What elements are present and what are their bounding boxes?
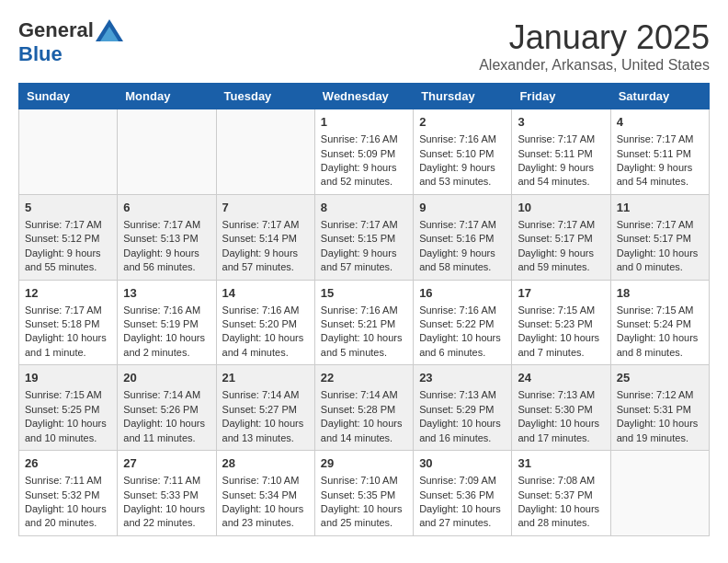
day-number: 27	[123, 455, 210, 472]
day-number: 6	[123, 200, 210, 216]
logo: General Blue	[18, 18, 123, 66]
day-number: 23	[419, 370, 506, 386]
day-number: 13	[123, 285, 210, 302]
calendar-cell: 16Sunrise: 7:16 AM Sunset: 5:22 PM Dayli…	[414, 280, 512, 365]
calendar-cell: 3Sunrise: 7:17 AM Sunset: 5:11 PM Daylig…	[512, 109, 610, 195]
calendar-cell: 28Sunrise: 7:10 AM Sunset: 5:34 PM Dayli…	[216, 451, 314, 536]
day-info: Sunrise: 7:15 AM Sunset: 5:25 PM Dayligh…	[25, 388, 111, 445]
calendar-cell: 6Sunrise: 7:17 AM Sunset: 5:13 PM Daylig…	[118, 194, 216, 280]
calendar-cell: 26Sunrise: 7:11 AM Sunset: 5:32 PM Dayli…	[19, 451, 118, 536]
day-number: 25	[617, 370, 703, 386]
calendar-cell: 15Sunrise: 7:16 AM Sunset: 5:21 PM Dayli…	[314, 280, 413, 365]
month-title: January 2025	[479, 18, 710, 57]
day-number: 22	[321, 370, 407, 386]
calendar-cell: 1Sunrise: 7:16 AM Sunset: 5:09 PM Daylig…	[314, 109, 413, 195]
day-number: 24	[518, 370, 604, 386]
day-info: Sunrise: 7:17 AM Sunset: 5:12 PM Dayligh…	[25, 218, 111, 275]
day-info: Sunrise: 7:16 AM Sunset: 5:09 PM Dayligh…	[321, 132, 407, 190]
calendar-week-row: 5Sunrise: 7:17 AM Sunset: 5:12 PM Daylig…	[19, 194, 710, 280]
day-number: 10	[518, 200, 604, 216]
title-section: January 2025 Alexander, Arkansas, United…	[479, 18, 710, 74]
logo-general-text: General	[18, 18, 94, 42]
calendar-cell: 21Sunrise: 7:14 AM Sunset: 5:27 PM Dayli…	[216, 365, 314, 451]
day-info: Sunrise: 7:17 AM Sunset: 5:11 PM Dayligh…	[617, 132, 703, 190]
weekday-header-thursday: Thursday	[414, 84, 512, 109]
calendar-cell: 2Sunrise: 7:16 AM Sunset: 5:10 PM Daylig…	[414, 109, 512, 195]
calendar-cell: 7Sunrise: 7:17 AM Sunset: 5:14 PM Daylig…	[216, 194, 314, 280]
day-number: 19	[25, 370, 111, 386]
calendar-cell: 8Sunrise: 7:17 AM Sunset: 5:15 PM Daylig…	[314, 194, 413, 280]
day-number: 5	[25, 200, 111, 216]
calendar-cell	[118, 109, 216, 195]
day-info: Sunrise: 7:17 AM Sunset: 5:17 PM Dayligh…	[617, 218, 703, 275]
day-number: 3	[518, 114, 604, 131]
day-info: Sunrise: 7:16 AM Sunset: 5:22 PM Dayligh…	[419, 304, 506, 361]
day-number: 21	[222, 370, 309, 386]
calendar-cell: 22Sunrise: 7:14 AM Sunset: 5:28 PM Dayli…	[314, 365, 413, 451]
day-number: 29	[321, 455, 407, 472]
day-info: Sunrise: 7:16 AM Sunset: 5:10 PM Dayligh…	[419, 132, 506, 190]
calendar-cell: 9Sunrise: 7:17 AM Sunset: 5:16 PM Daylig…	[414, 194, 512, 280]
day-info: Sunrise: 7:14 AM Sunset: 5:27 PM Dayligh…	[222, 388, 309, 445]
calendar-week-row: 1Sunrise: 7:16 AM Sunset: 5:09 PM Daylig…	[19, 109, 710, 195]
weekday-header-monday: Monday	[118, 84, 216, 109]
calendar-cell: 19Sunrise: 7:15 AM Sunset: 5:25 PM Dayli…	[19, 365, 118, 451]
day-info: Sunrise: 7:17 AM Sunset: 5:16 PM Dayligh…	[419, 218, 506, 275]
day-info: Sunrise: 7:11 AM Sunset: 5:32 PM Dayligh…	[25, 474, 111, 531]
day-info: Sunrise: 7:13 AM Sunset: 5:29 PM Dayligh…	[419, 388, 506, 445]
calendar-cell: 14Sunrise: 7:16 AM Sunset: 5:20 PM Dayli…	[216, 280, 314, 365]
weekday-header-wednesday: Wednesday	[314, 84, 413, 109]
day-number: 30	[419, 455, 506, 472]
calendar-cell: 18Sunrise: 7:15 AM Sunset: 5:24 PM Dayli…	[610, 280, 709, 365]
weekday-header-row: SundayMondayTuesdayWednesdayThursdayFrid…	[19, 84, 710, 109]
calendar-cell: 30Sunrise: 7:09 AM Sunset: 5:36 PM Dayli…	[414, 451, 512, 536]
calendar-cell: 13Sunrise: 7:16 AM Sunset: 5:19 PM Dayli…	[118, 280, 216, 365]
calendar-cell	[216, 109, 314, 195]
calendar-cell: 31Sunrise: 7:08 AM Sunset: 5:37 PM Dayli…	[512, 451, 610, 536]
day-info: Sunrise: 7:16 AM Sunset: 5:20 PM Dayligh…	[222, 304, 309, 361]
calendar-cell	[19, 109, 118, 195]
calendar-cell: 17Sunrise: 7:15 AM Sunset: 5:23 PM Dayli…	[512, 280, 610, 365]
day-info: Sunrise: 7:10 AM Sunset: 5:35 PM Dayligh…	[321, 474, 407, 531]
calendar-week-row: 19Sunrise: 7:15 AM Sunset: 5:25 PM Dayli…	[19, 365, 710, 451]
calendar-week-row: 12Sunrise: 7:17 AM Sunset: 5:18 PM Dayli…	[19, 280, 710, 365]
calendar: SundayMondayTuesdayWednesdayThursdayFrid…	[18, 83, 710, 536]
day-info: Sunrise: 7:13 AM Sunset: 5:30 PM Dayligh…	[518, 388, 604, 445]
day-info: Sunrise: 7:09 AM Sunset: 5:36 PM Dayligh…	[419, 474, 506, 531]
calendar-cell: 27Sunrise: 7:11 AM Sunset: 5:33 PM Dayli…	[118, 451, 216, 536]
page-header: General Blue January 2025 Alexander, Ark…	[18, 18, 710, 74]
calendar-cell: 29Sunrise: 7:10 AM Sunset: 5:35 PM Dayli…	[314, 451, 413, 536]
calendar-cell: 12Sunrise: 7:17 AM Sunset: 5:18 PM Dayli…	[19, 280, 118, 365]
day-info: Sunrise: 7:17 AM Sunset: 5:14 PM Dayligh…	[222, 218, 309, 275]
calendar-week-row: 26Sunrise: 7:11 AM Sunset: 5:32 PM Dayli…	[19, 451, 710, 536]
day-info: Sunrise: 7:12 AM Sunset: 5:31 PM Dayligh…	[617, 388, 703, 445]
day-number: 9	[419, 200, 506, 216]
calendar-cell: 5Sunrise: 7:17 AM Sunset: 5:12 PM Daylig…	[19, 194, 118, 280]
day-info: Sunrise: 7:17 AM Sunset: 5:15 PM Dayligh…	[321, 218, 407, 275]
day-number: 28	[222, 455, 309, 472]
calendar-cell	[610, 451, 709, 536]
day-number: 8	[321, 200, 407, 216]
logo-blue-text: Blue	[18, 42, 63, 66]
day-number: 31	[518, 455, 604, 472]
day-number: 2	[419, 114, 506, 131]
day-number: 26	[25, 455, 111, 472]
day-info: Sunrise: 7:16 AM Sunset: 5:21 PM Dayligh…	[321, 304, 407, 361]
day-info: Sunrise: 7:16 AM Sunset: 5:19 PM Dayligh…	[123, 304, 210, 361]
weekday-header-sunday: Sunday	[19, 84, 118, 109]
day-info: Sunrise: 7:17 AM Sunset: 5:11 PM Dayligh…	[518, 132, 604, 190]
day-info: Sunrise: 7:11 AM Sunset: 5:33 PM Dayligh…	[123, 474, 210, 531]
logo-icon	[96, 19, 123, 41]
day-number: 4	[617, 114, 703, 131]
weekday-header-tuesday: Tuesday	[216, 84, 314, 109]
day-info: Sunrise: 7:08 AM Sunset: 5:37 PM Dayligh…	[518, 474, 604, 531]
day-info: Sunrise: 7:10 AM Sunset: 5:34 PM Dayligh…	[222, 474, 309, 531]
day-info: Sunrise: 7:14 AM Sunset: 5:26 PM Dayligh…	[123, 388, 210, 445]
calendar-cell: 25Sunrise: 7:12 AM Sunset: 5:31 PM Dayli…	[610, 365, 709, 451]
day-number: 16	[419, 285, 506, 302]
calendar-cell: 23Sunrise: 7:13 AM Sunset: 5:29 PM Dayli…	[414, 365, 512, 451]
day-number: 17	[518, 285, 604, 302]
location: Alexander, Arkansas, United States	[479, 57, 710, 74]
calendar-cell: 20Sunrise: 7:14 AM Sunset: 5:26 PM Dayli…	[118, 365, 216, 451]
calendar-cell: 24Sunrise: 7:13 AM Sunset: 5:30 PM Dayli…	[512, 365, 610, 451]
